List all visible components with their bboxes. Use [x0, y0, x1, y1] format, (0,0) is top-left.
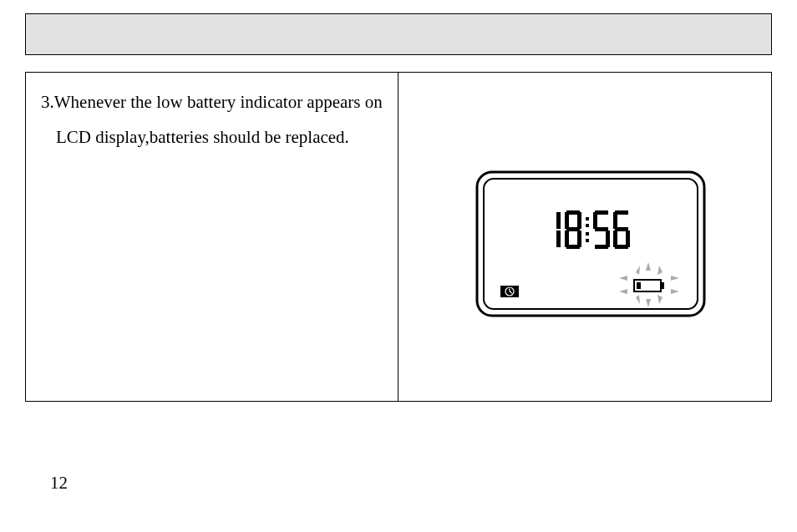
- step-number: 3.: [41, 92, 54, 112]
- content-table: 3.Whenever the low battery indicator app…: [25, 72, 772, 402]
- battery-low-icon: [619, 262, 679, 307]
- svg-marker-32: [619, 289, 627, 294]
- page-number: 12: [50, 473, 68, 494]
- svg-rect-12: [586, 224, 589, 227]
- svg-marker-34: [671, 289, 679, 294]
- instruction-text: 3.Whenever the low battery indicator app…: [41, 84, 383, 155]
- svg-rect-39: [661, 282, 664, 289]
- svg-rect-10: [566, 245, 580, 249]
- svg-rect-3: [556, 231, 561, 247]
- svg-rect-19: [595, 245, 608, 249]
- instruction-line1: Whenever the low battery indicator appea…: [54, 92, 383, 112]
- svg-marker-36: [646, 299, 651, 307]
- svg-marker-35: [636, 295, 640, 304]
- lcd-illustration-cell: [398, 73, 771, 401]
- svg-rect-5: [565, 212, 569, 229]
- svg-marker-31: [619, 276, 627, 281]
- lcd-display-container: [474, 169, 708, 319]
- svg-marker-29: [646, 262, 651, 271]
- svg-rect-25: [615, 245, 628, 249]
- svg-rect-13: [586, 232, 589, 236]
- svg-rect-11: [586, 217, 589, 220]
- header-bar: [25, 13, 772, 55]
- time-digits: [556, 210, 630, 249]
- clock-icon: [500, 286, 519, 297]
- svg-marker-37: [657, 295, 662, 304]
- lcd-display-svg: [474, 169, 708, 319]
- instruction-cell: 3.Whenever the low battery indicator app…: [26, 73, 398, 401]
- svg-marker-33: [671, 276, 679, 281]
- svg-rect-16: [593, 212, 597, 229]
- instruction-line2: LCD display,batteries should be replaced…: [41, 119, 383, 155]
- svg-rect-21: [613, 212, 617, 229]
- svg-rect-2: [556, 212, 561, 229]
- svg-rect-14: [586, 239, 589, 242]
- svg-marker-30: [657, 266, 662, 275]
- svg-rect-40: [637, 282, 641, 289]
- svg-rect-6: [577, 212, 581, 229]
- svg-marker-28: [636, 266, 640, 275]
